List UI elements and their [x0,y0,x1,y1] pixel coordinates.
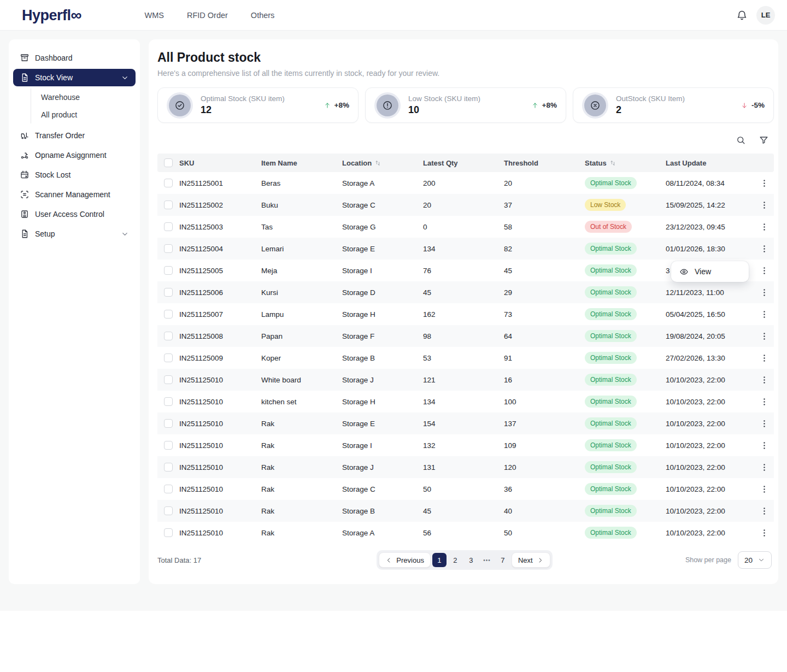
page-button-1[interactable]: 1 [432,553,447,567]
row-actions-kebab-icon[interactable] [756,459,772,475]
row-actions-kebab-icon[interactable] [756,197,772,213]
avatar[interactable]: LE [756,6,775,25]
eye-icon [679,267,689,276]
row-context-menu[interactable]: View [671,261,749,282]
cell-item-name: Meja [261,267,342,275]
top-nav-item-wms[interactable]: WMS [145,11,164,20]
row-actions-kebab-icon[interactable] [756,372,772,387]
row-actions-kebab-icon[interactable] [756,328,772,344]
stat-trend: +8% [324,101,349,109]
cell-threshold: 137 [504,420,585,428]
sidebar-item-scanner-management[interactable]: Scanner Management [13,186,136,203]
cell-item-name: Tas [261,223,342,231]
cell-location: Storage E [342,245,423,253]
table-toolbar [157,132,772,148]
sidebar-item-transfer-order[interactable]: Transfer Order [13,127,136,144]
top-nav-item-rfid-order[interactable]: RFID Order [187,11,228,20]
row-actions-kebab-icon[interactable] [756,416,772,431]
row-actions-kebab-icon[interactable] [756,285,772,300]
sidebar-item-label: Stock Lost [35,170,71,179]
row-checkbox[interactable] [164,485,173,493]
table-row: IN251125002BukuStorage C2037Low Stock15/… [157,194,774,216]
status-badge: Low Stock [585,199,626,211]
brand-logo[interactable]: Hyperfl∞ [22,7,81,24]
notifications-bell-icon[interactable] [736,9,748,21]
sidebar-item-stock-lost[interactable]: Stock Lost [13,166,136,184]
context-menu-view-label: View [695,267,711,276]
filter-icon[interactable] [755,132,772,148]
sidebar-item-setup[interactable]: Setup [13,225,136,243]
row-checkbox[interactable] [164,179,173,187]
row-actions-kebab-icon[interactable] [756,219,772,234]
cell-status: Out of Stock [585,221,666,233]
cell-latest-qty: 50 [423,485,504,493]
row-checkbox[interactable] [164,419,173,428]
sidebar-item-stock-view[interactable]: Stock View [13,69,136,86]
table-row: IN251125010RakStorage E154137Optimal Sto… [157,412,774,434]
app-window: Hyperfl∞ WMSRFID OrderOthers LE Dashboar… [0,0,787,672]
row-checkbox[interactable] [164,441,173,450]
sidebar-subitem-warehouse[interactable]: Warehouse [31,89,140,106]
row-actions-kebab-icon[interactable] [756,263,772,278]
previous-page-button[interactable]: Previous [379,552,431,568]
page-button-3[interactable]: 3 [464,553,478,567]
row-actions-kebab-icon[interactable] [756,306,772,322]
sidebar-subitem-all-product[interactable]: All product [31,106,140,123]
sidebar-item-user-access-control[interactable]: User Access Control [13,205,136,223]
row-checkbox[interactable] [164,528,173,537]
cell-sku: IN251125010 [179,420,261,428]
column-header-location[interactable]: Location [342,159,423,167]
top-nav-item-others[interactable]: Others [251,11,275,20]
cell-threshold: 58 [504,223,585,231]
page-button-2[interactable]: 2 [448,553,462,567]
row-actions-kebab-icon[interactable] [756,394,772,409]
cell-item-name: Rak [261,463,342,471]
next-page-button[interactable]: Next [512,552,550,568]
per-page-control: Show per page 20 [553,551,772,569]
sidebar-item-opname-asiggnment[interactable]: Opname Asiggnment [13,146,136,164]
row-checkbox[interactable] [164,288,173,297]
row-checkbox[interactable] [164,201,173,209]
cell-sku: IN251125001 [179,179,261,187]
row-actions-kebab-icon[interactable] [756,175,772,191]
row-checkbox[interactable] [164,332,173,340]
row-checkbox[interactable] [164,244,173,253]
row-actions-kebab-icon[interactable] [756,503,772,518]
cell-status: Optimal Stock [585,374,666,386]
cell-sku: IN251125010 [179,507,261,515]
row-actions-kebab-icon[interactable] [756,350,772,366]
row-checkbox[interactable] [164,222,173,231]
sidebar-item-dashboard[interactable]: Dashboard [13,49,136,67]
cell-item-name: Rak [261,485,342,493]
arrow-up-icon [531,102,539,109]
row-checkbox[interactable] [164,506,173,515]
row-actions-kebab-icon[interactable] [756,481,772,497]
cell-status: Optimal Stock [585,286,666,298]
per-page-select[interactable]: 20 [738,551,772,569]
status-badge: Optimal Stock [585,396,637,408]
row-checkbox[interactable] [164,310,173,319]
column-header-status[interactable]: Status [585,159,666,167]
row-checkbox[interactable] [164,397,173,406]
page-button-7[interactable]: 7 [496,553,510,567]
search-icon[interactable] [732,132,749,148]
row-actions-kebab-icon[interactable] [756,438,772,453]
row-checkbox[interactable] [164,266,173,275]
stat-value: 2 [616,104,685,116]
sidebar-item-label: Setup [35,229,55,238]
row-checkbox[interactable] [164,463,173,471]
cell-threshold: 73 [504,310,585,319]
stat-trend-value: +8% [542,101,557,109]
arrow-up-icon [324,102,331,109]
cell-last-update: 10/10/2023, 22:00 [666,420,754,428]
row-actions-kebab-icon[interactable] [756,525,772,540]
sidebar-item-label: Opname Asiggnment [35,151,107,160]
stat-card: OutStock (SKU Item)2-5% [573,87,774,123]
row-checkbox[interactable] [164,375,173,384]
row-checkbox[interactable] [164,353,173,362]
cell-status: Optimal Stock [585,439,666,451]
row-actions-kebab-icon[interactable] [756,241,772,256]
select-all-checkbox[interactable] [164,158,173,167]
cell-latest-qty: 162 [423,310,504,319]
cell-item-name: White board [261,376,342,384]
